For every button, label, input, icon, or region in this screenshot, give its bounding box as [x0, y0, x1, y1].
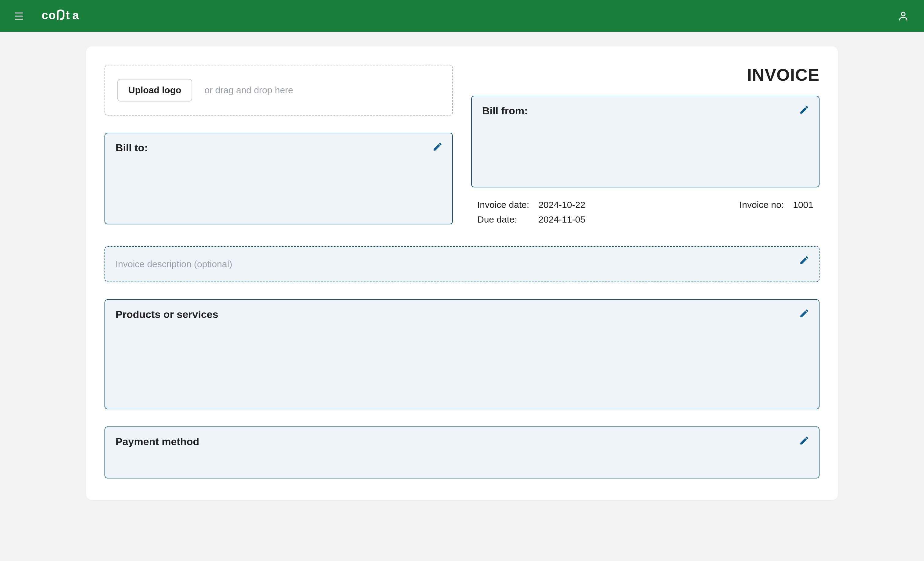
invoice-date-value: 2024-10-22 [538, 200, 585, 210]
brand-logo: c o t a [42, 9, 96, 23]
products-panel[interactable]: Products or services [105, 299, 819, 409]
invoice-meta: Invoice date: 2024-10-22 Due date: 2024-… [471, 200, 819, 225]
svg-text:t: t [66, 9, 70, 22]
user-icon[interactable] [897, 10, 909, 22]
svg-text:a: a [72, 9, 79, 22]
bill-from-label: Bill from: [482, 105, 808, 117]
invoice-heading: INVOICE [471, 65, 819, 85]
invoice-description-placeholder: Invoice description (optional) [116, 259, 232, 269]
invoice-no-label: Invoice no: [740, 200, 784, 225]
due-date-label: Due date: [477, 214, 529, 225]
upload-logo-button[interactable]: Upload logo [117, 79, 192, 101]
logo-upload-dropzone[interactable]: Upload logo or drag and drop here [105, 65, 453, 116]
pencil-icon[interactable] [798, 307, 810, 319]
bill-to-panel[interactable]: Bill to: [105, 133, 453, 224]
pencil-icon[interactable] [432, 141, 444, 153]
topbar: c o t a [0, 0, 924, 32]
pencil-icon[interactable] [798, 254, 810, 266]
bill-to-label: Bill to: [116, 142, 442, 154]
bill-from-panel[interactable]: Bill from: [471, 96, 819, 187]
upload-hint-text: or drag and drop here [204, 85, 293, 95]
pencil-icon[interactable] [798, 104, 810, 116]
pencil-icon[interactable] [798, 435, 810, 447]
payment-method-panel[interactable]: Payment method [105, 427, 819, 478]
svg-text:o: o [49, 9, 56, 22]
products-label: Products or services [116, 308, 808, 320]
svg-point-3 [902, 12, 905, 16]
invoice-date-label: Invoice date: [477, 200, 529, 210]
due-date-value: 2024-11-05 [538, 214, 585, 225]
menu-icon[interactable] [15, 10, 27, 22]
invoice-no-value: 1001 [793, 200, 813, 225]
brand-text: c [42, 9, 48, 22]
topbar-left: c o t a [15, 9, 96, 23]
payment-method-label: Payment method [116, 436, 808, 448]
invoice-card: Upload logo or drag and drop here Bill t… [86, 47, 838, 500]
invoice-description-panel[interactable]: Invoice description (optional) [105, 246, 819, 282]
